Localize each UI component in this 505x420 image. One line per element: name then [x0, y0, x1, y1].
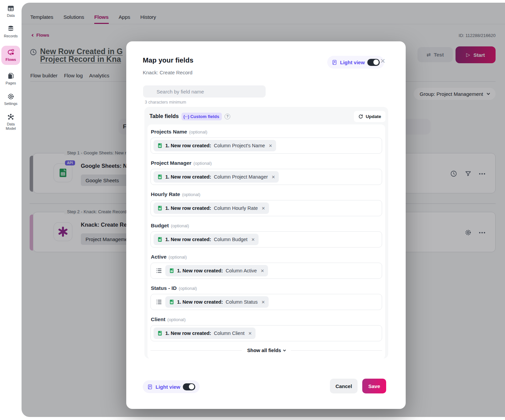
clock-icon[interactable]: [450, 170, 457, 177]
gear-icon[interactable]: [465, 229, 472, 236]
light-view-toggle-footer[interactable]: Light view: [143, 380, 200, 393]
optional-tag: (optional): [194, 161, 212, 166]
data-model-icon: [7, 113, 14, 121]
sidebar-item[interactable]: Pages: [1, 72, 20, 85]
optional-tag: (optional): [167, 317, 186, 322]
update-button[interactable]: Update: [354, 111, 385, 122]
sidebar-item[interactable]: Records: [1, 25, 20, 38]
filter-icon[interactable]: [465, 170, 472, 177]
flow-id: ID: 112288/216620: [459, 33, 496, 38]
field-input-box[interactable]: 1. New row created: Column Project Manag…: [150, 169, 382, 185]
sidebar-item[interactable]: Data: [1, 5, 20, 18]
field-row: Hourly Rate(optional) 1. New row created…: [150, 191, 382, 216]
optional-tag: (optional): [169, 255, 187, 260]
field-row: Project Manager(optional) 1. New row cre…: [150, 160, 382, 185]
test-button[interactable]: ⇄ Test: [417, 47, 453, 62]
custom-fields-icon: (··): [183, 114, 189, 119]
nav-item[interactable]: Flows: [94, 14, 109, 24]
more-options-icon[interactable]: [479, 173, 480, 175]
field-row: Status - ID(optional) 1. New row created…: [150, 285, 382, 310]
field-label: Project Manager(optional): [151, 160, 382, 166]
sub-tab[interactable]: Flow log: [64, 73, 83, 78]
step2-accent-bar: [30, 215, 33, 251]
sidebar-item-label: Data: [7, 13, 14, 18]
field-label: Projects Name(optional): [151, 129, 382, 135]
search-input[interactable]: [143, 85, 266, 98]
play-icon: ▷: [466, 52, 470, 58]
pages-icon: [7, 72, 14, 80]
remove-chip-icon[interactable]: ✕: [251, 237, 255, 242]
app-sidebar: Data Records Flows Pages Settings Data M…: [0, 0, 22, 420]
sidebar-item[interactable]: Data Model: [1, 113, 20, 131]
field-row: Projects Name(optional) 1. New row creat…: [150, 129, 382, 154]
group-selector[interactable]: Group: Project Management: [414, 88, 496, 100]
chevron-down-icon: [283, 348, 286, 351]
google-sheets-icon: [157, 237, 163, 242]
field-input-box[interactable]: 1. New row created: Column Status ✕: [150, 294, 382, 310]
sub-tab[interactable]: Flow builder: [30, 73, 58, 78]
modal-subtitle: Knack: Create Record: [143, 70, 193, 75]
gear-icon: [7, 93, 14, 100]
nav-item[interactable]: History: [140, 14, 156, 24]
remove-chip-icon[interactable]: ✕: [248, 331, 252, 336]
back-chevron-icon: [32, 34, 34, 36]
remove-chip-icon[interactable]: ✕: [262, 206, 265, 211]
field-input-box[interactable]: 1. New row created: Column Active ✕: [150, 263, 382, 279]
sidebar-item[interactable]: Settings: [1, 93, 20, 106]
remove-chip-icon[interactable]: ✕: [261, 268, 264, 273]
custom-fields-badge[interactable]: (··) Custom fields: [181, 113, 222, 120]
sidebar-item-label: Records: [4, 34, 18, 38]
api-badge: API: [65, 160, 75, 165]
field-label: Hourly Rate(optional): [151, 191, 382, 197]
mapped-value-chip[interactable]: 1. New row created: Column Active ✕: [165, 265, 268, 276]
save-button[interactable]: Save: [362, 379, 386, 393]
list-icon: [156, 299, 162, 305]
close-icon[interactable]: ✕: [380, 57, 385, 65]
light-view-toggle-header[interactable]: Light view: [327, 56, 384, 69]
light-view-switch[interactable]: [367, 59, 380, 66]
sidebar-item-label: Flows: [5, 58, 16, 62]
optional-tag: (optional): [171, 223, 189, 228]
help-icon[interactable]: ?: [225, 114, 230, 119]
nav-item[interactable]: Solutions: [63, 14, 84, 24]
field-input-box[interactable]: 1. New row created: Column Hourly Rate ✕: [150, 200, 382, 216]
sidebar-item[interactable]: Flows: [1, 46, 20, 65]
field-input-box[interactable]: 1. New row created: Column Project's Nam…: [150, 138, 382, 154]
google-sheets-icon: [157, 143, 163, 148]
light-view-icon: [147, 384, 153, 390]
mapped-value-chip[interactable]: 1. New row created: Column Project's Nam…: [154, 140, 276, 151]
nav-item[interactable]: Apps: [119, 14, 130, 24]
mapped-value-chip[interactable]: 1. New row created: Column Client ✕: [154, 328, 256, 339]
page-title: New Row Created in G Project Record in K…: [40, 48, 123, 63]
nav-item[interactable]: Templates: [30, 14, 53, 24]
google-sheets-icon: [54, 163, 72, 182]
map-fields-modal: Map your fields Knack: Create Record Lig…: [126, 41, 406, 409]
light-view-switch[interactable]: [183, 383, 195, 390]
breadcrumb[interactable]: Flows: [32, 33, 49, 38]
cancel-button[interactable]: Cancel: [330, 379, 358, 393]
show-all-fields: Show all fields: [150, 348, 382, 353]
optional-tag: (optional): [179, 286, 197, 291]
sub-tab[interactable]: Analytics: [89, 73, 109, 78]
mapped-value-chip[interactable]: 1. New row created: Column Status ✕: [165, 296, 269, 308]
refresh-icon: [358, 114, 363, 119]
field-row: Client(optional) 1. New row created: Col…: [150, 316, 382, 341]
nav-divider: [22, 24, 505, 24]
flows-icon: [7, 49, 14, 56]
mapped-value-chip[interactable]: 1. New row created: Column Project Manag…: [154, 171, 279, 183]
remove-chip-icon[interactable]: ✕: [272, 175, 275, 180]
field-input-box[interactable]: 1. New row created: Column Budget ✕: [150, 231, 382, 247]
step2-legend: Step 2 - Knack: Create Record: [64, 209, 129, 214]
more-options-icon[interactable]: [479, 232, 480, 233]
sidebar-item-label: Data Model: [1, 122, 20, 131]
field-input-box[interactable]: 1. New row created: Column Client ✕: [150, 325, 382, 341]
field-row: Active(optional) 1. New row created: Col…: [150, 254, 382, 279]
mapped-value-chip[interactable]: 1. New row created: Column Hourly Rate ✕: [154, 202, 269, 214]
start-button[interactable]: ▷ Start: [456, 46, 496, 63]
test-icon: ⇄: [427, 52, 431, 58]
remove-chip-icon[interactable]: ✕: [261, 300, 265, 305]
google-sheets-icon: [157, 331, 163, 336]
remove-chip-icon[interactable]: ✕: [269, 143, 272, 148]
mapped-value-chip[interactable]: 1. New row created: Column Budget ✕: [154, 234, 259, 245]
show-all-fields-button[interactable]: Show all fields: [247, 348, 285, 353]
